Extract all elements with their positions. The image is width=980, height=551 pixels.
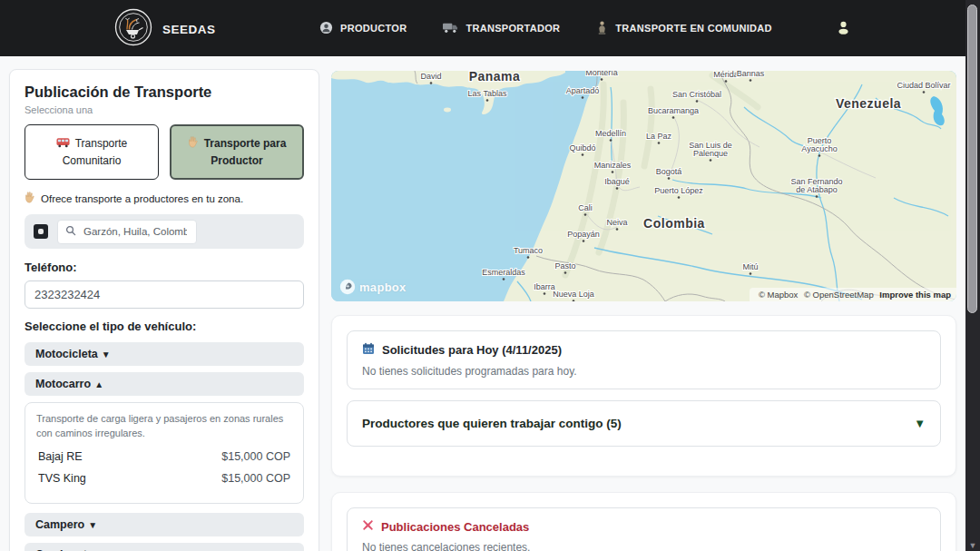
model-price: $15,000 COP [221, 472, 290, 485]
panel-subtitle: Selecciona una [24, 104, 304, 115]
location-searchbox[interactable] [57, 220, 197, 244]
model-name: TVS King [38, 472, 86, 485]
user-icon[interactable] [836, 20, 851, 39]
transport-type-options: Transporte ComunitarioTransporte para Pr… [24, 124, 304, 180]
page-scrollbar[interactable]: ▼ [965, 0, 980, 551]
mapbox-logo-text: mapbox [359, 280, 407, 294]
calendar-icon [362, 342, 375, 358]
hint-text: Ofrece transporte a productores en tu zo… [41, 193, 243, 204]
cancelled-title: Publicaciones Canceladas [381, 520, 529, 534]
map-city-dot [816, 195, 818, 198]
vehicle-accordion-camioneta[interactable]: Camioneta▼ [24, 543, 304, 551]
attribution-osm-link[interactable]: © OpenStreetMap [804, 290, 874, 300]
map-city-dot [583, 240, 585, 242]
map-city-dot [658, 142, 661, 144]
producer-icon [319, 21, 333, 36]
vehicle-description: Transporte de carga ligera y pasajeros e… [36, 412, 292, 441]
nav-productor[interactable]: PRODUCTOR [319, 21, 407, 36]
map-city-label: Las Tablas [468, 89, 507, 98]
requests-today-empty-text: No tienes solicitudes programadas para h… [362, 365, 926, 378]
today-and-producers-container: Solicitudes para Hoy (4/11/2025) No tien… [331, 315, 956, 477]
map-city-label: Mitú [742, 262, 758, 271]
improve-map-link[interactable]: Improve this map [879, 290, 951, 300]
map-city-dot [750, 272, 752, 275]
location-geocoder [24, 214, 304, 249]
producers-title: Productores que quieren trabajar contigo… [362, 417, 622, 430]
nav-label: TRANSPORTADOR [466, 23, 560, 34]
map-city-label: Manizales [594, 161, 632, 170]
producer-hint: Ofrece transporte a productores en tu zo… [24, 192, 304, 205]
map-city-label: Apartadó [566, 86, 600, 95]
truck-icon [443, 22, 458, 35]
nav-transporte-en-comunidad[interactable]: TRANSPORTE EN COMUNIDAD [596, 21, 772, 36]
cancel-x-icon [362, 519, 374, 534]
map-city-dot [601, 78, 603, 81]
map-city-dot [582, 153, 584, 156]
map-city-label: La Paz [646, 132, 672, 141]
brand-name: SEEDAS [162, 23, 216, 36]
map-city-label: San Cristóbal [672, 90, 721, 99]
vehicle-type-label: Seleccione el tipo de vehículo: [24, 320, 304, 333]
map-city-label: Montería [585, 71, 618, 77]
map-city-dot [678, 196, 681, 199]
nav-label: TRANSPORTE EN COMUNIDAD [615, 23, 772, 34]
map-city-dot [564, 271, 567, 274]
community-icon [596, 21, 608, 36]
vehicle-model-row[interactable]: Bajaj RE$15,000 COP [38, 450, 290, 463]
marker-button[interactable] [34, 224, 48, 239]
map-city-dot [725, 80, 728, 83]
map-city-label: Neiva [606, 218, 627, 227]
map-city-label: Ibarra [534, 282, 555, 291]
map[interactable]: PanamaVenezuelaColombiaDavidLas TablasMo… [331, 71, 956, 301]
map-city-label: Bogotá [656, 167, 682, 176]
map-city-label: Quibdó [569, 143, 595, 153]
map-city-label: Ibagué [604, 177, 630, 186]
map-city-dot [610, 139, 612, 142]
map-city-label: Medellín [595, 129, 626, 138]
map-city-label: Esmeraldas [482, 268, 525, 277]
vehicle-accordion-motocicleta[interactable]: Motocicleta▼ [24, 342, 304, 366]
vehicle-accordion-campero[interactable]: Campero▼ [24, 513, 304, 536]
map-city-dot [503, 278, 505, 280]
cancelled-empty-text: No tienes cancelaciones recientes. [362, 541, 926, 551]
hand-icon [24, 192, 35, 205]
map-city-dot [616, 187, 619, 190]
nav-transportador[interactable]: TRANSPORTADOR [443, 22, 560, 35]
map-country-label: Colombia [643, 216, 705, 231]
main-nav: PRODUCTORTRANSPORTADORTRANSPORTE EN COMU… [319, 0, 772, 56]
vehicle-model-row[interactable]: TVS King$15,000 COP [38, 472, 290, 485]
map-city-label: Nueva Loja [553, 290, 594, 299]
map-country-label: Panama [469, 71, 521, 84]
model-name: Bajaj RE [38, 450, 83, 463]
mapbox-logo-icon [339, 279, 356, 295]
map-city-dot [612, 171, 614, 173]
map-city-label: San Luis dePalenque [689, 141, 732, 158]
chevron-down-icon: ▼ [88, 520, 97, 530]
scrollbar-down-arrow[interactable]: ▼ [965, 541, 980, 550]
producers-accordion-header[interactable]: Productores que quieren trabajar contigo… [347, 400, 941, 447]
map-city-dot [710, 159, 712, 162]
map-city-label: Pasto [554, 261, 575, 271]
location-search-input[interactable] [82, 225, 189, 238]
map-city-dot [923, 91, 926, 93]
attribution-mapbox-link[interactable]: © Mapbox [759, 290, 798, 300]
map-country-label: Venezuela [836, 96, 901, 111]
map-city-dot [750, 79, 752, 82]
phone-input[interactable] [24, 280, 304, 309]
map-city-label: Bucaramanga [648, 106, 699, 115]
chevron-down-icon: ▼ [102, 349, 111, 359]
map-city-label: Mérida [713, 71, 739, 79]
map-city-dot [527, 256, 530, 259]
vehicle-accordion-list: Motocicleta▼Motocarro▲Transporte de carg… [24, 342, 304, 551]
hand-icon [188, 138, 199, 151]
mapbox-logo[interactable]: mapbox [339, 279, 407, 295]
vehicle-detail-panel: Transporte de carga ligera y pasajeros e… [24, 402, 304, 504]
map-canvas: PanamaVenezuelaColombiaDavidLas TablasMo… [331, 71, 956, 301]
scrollbar-thumb[interactable] [967, 5, 977, 313]
map-city-dot [544, 292, 546, 295]
vehicle-accordion-motocarro[interactable]: Motocarro▲ [24, 372, 304, 396]
brand[interactable]: SEEDAS [114, 8, 216, 50]
option-transporte-para-productor[interactable]: Transporte para Productor [170, 124, 304, 180]
option-transporte-comunitario[interactable]: Transporte Comunitario [24, 124, 159, 180]
seedas-logo-icon [114, 8, 152, 50]
